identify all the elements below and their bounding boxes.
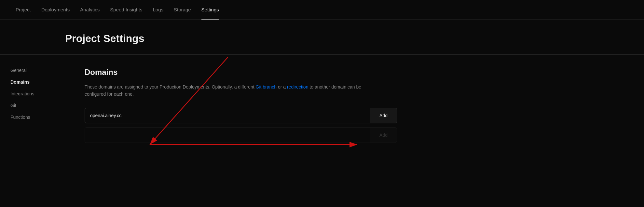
- nav-item-logs[interactable]: Logs: [148, 0, 169, 20]
- top-navigation: Project Deployments Analytics Speed Insi…: [0, 0, 644, 20]
- main-container: Project Settings General Domains Integra…: [0, 20, 644, 207]
- main-content: Domains These domains are assigned to yo…: [65, 55, 644, 207]
- add-domain-button-2[interactable]: Add: [370, 127, 397, 143]
- nav-item-speed-insights[interactable]: Speed Insights: [105, 0, 147, 20]
- page-header: Project Settings: [0, 20, 644, 55]
- description-text-middle: or a: [277, 84, 287, 90]
- description-text-start: These domains are assigned to your Produ…: [85, 84, 256, 90]
- domain-input-2[interactable]: [85, 127, 370, 143]
- nav-item-analytics[interactable]: Analytics: [75, 0, 105, 20]
- page-title: Project Settings: [65, 33, 644, 45]
- sidebar-item-git[interactable]: Git: [0, 100, 65, 111]
- sidebar-item-functions[interactable]: Functions: [0, 111, 65, 123]
- redirection-link[interactable]: redirection: [287, 84, 308, 90]
- domain-input[interactable]: [85, 108, 370, 123]
- nav-item-settings[interactable]: Settings: [196, 0, 224, 20]
- sidebar-item-integrations[interactable]: Integrations: [0, 88, 65, 100]
- git-branch-link[interactable]: Git branch: [256, 84, 277, 90]
- domains-description: These domains are assigned to your Produ…: [85, 83, 377, 98]
- add-domain-button[interactable]: Add: [370, 108, 397, 123]
- domain-input-row: Add: [85, 108, 397, 123]
- nav-item-project[interactable]: Project: [10, 0, 36, 20]
- nav-item-storage[interactable]: Storage: [169, 0, 196, 20]
- content-area: General Domains Integrations Git Functio…: [0, 55, 644, 207]
- sidebar: General Domains Integrations Git Functio…: [0, 55, 65, 207]
- sidebar-item-general[interactable]: General: [0, 64, 65, 76]
- sidebar-item-domains[interactable]: Domains: [0, 76, 65, 88]
- domain-input-row-2: Add: [85, 127, 397, 143]
- nav-item-deployments[interactable]: Deployments: [36, 0, 75, 20]
- domains-section-title: Domains: [85, 68, 624, 77]
